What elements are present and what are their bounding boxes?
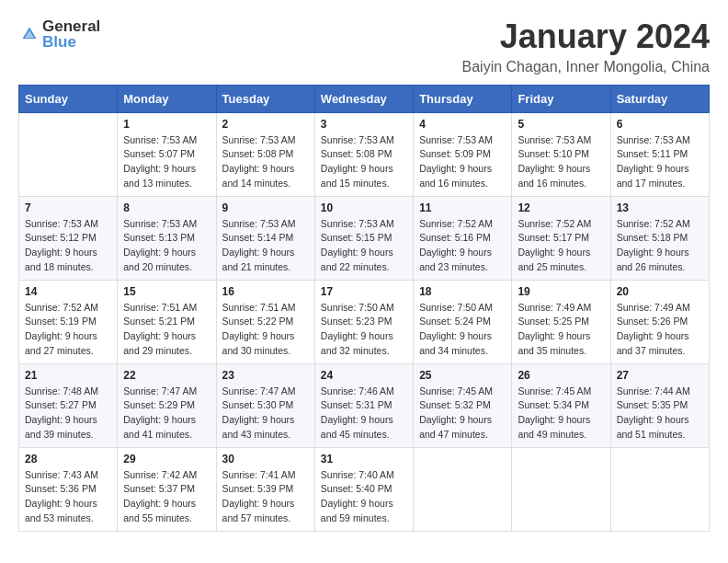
day-detail: Sunrise: 7:53 AMSunset: 5:09 PMDaylight:… xyxy=(419,133,506,191)
day-number: 27 xyxy=(617,369,703,382)
day-detail: Sunrise: 7:53 AMSunset: 5:10 PMDaylight:… xyxy=(518,133,604,191)
day-number: 29 xyxy=(123,453,210,465)
logo-blue-text: Blue xyxy=(42,33,76,51)
calendar-cell: 9Sunrise: 7:53 AMSunset: 5:14 PMDaylight… xyxy=(216,196,314,280)
calendar-cell: 2Sunrise: 7:53 AMSunset: 5:08 PMDaylight… xyxy=(216,112,314,196)
day-detail: Sunrise: 7:45 AMSunset: 5:34 PMDaylight:… xyxy=(518,385,604,442)
calendar-cell: 22Sunrise: 7:47 AMSunset: 5:29 PMDayligh… xyxy=(118,363,216,447)
day-number: 8 xyxy=(123,201,210,214)
weekday-header: Wednesday xyxy=(314,85,413,112)
day-number: 21 xyxy=(25,369,111,382)
weekday-header: Monday xyxy=(118,85,216,112)
day-detail: Sunrise: 7:40 AMSunset: 5:40 PMDaylight:… xyxy=(321,468,407,526)
calendar-week-row: 1Sunrise: 7:53 AMSunset: 5:07 PMDaylight… xyxy=(19,112,710,196)
day-detail: Sunrise: 7:53 AMSunset: 5:07 PMDaylight:… xyxy=(123,133,210,191)
day-detail: Sunrise: 7:48 AMSunset: 5:27 PMDaylight:… xyxy=(25,385,111,442)
day-detail: Sunrise: 7:50 AMSunset: 5:23 PMDaylight:… xyxy=(321,301,407,359)
day-number: 3 xyxy=(321,118,407,131)
day-number: 13 xyxy=(617,201,703,214)
calendar-cell: 28Sunrise: 7:43 AMSunset: 5:36 PMDayligh… xyxy=(19,447,118,531)
day-detail: Sunrise: 7:51 AMSunset: 5:22 PMDaylight:… xyxy=(222,301,309,359)
weekday-header: Thursday xyxy=(414,85,512,112)
day-number: 28 xyxy=(25,453,111,465)
day-number: 30 xyxy=(222,453,309,465)
calendar-cell: 6Sunrise: 7:53 AMSunset: 5:11 PMDaylight… xyxy=(610,112,709,196)
day-number: 2 xyxy=(222,118,309,131)
weekday-header: Friday xyxy=(512,85,610,112)
day-number: 6 xyxy=(617,118,703,131)
calendar-cell: 14Sunrise: 7:52 AMSunset: 5:19 PMDayligh… xyxy=(19,280,118,363)
calendar-cell: 25Sunrise: 7:45 AMSunset: 5:32 PMDayligh… xyxy=(414,363,512,447)
day-number: 16 xyxy=(222,285,309,298)
calendar-cell: 20Sunrise: 7:49 AMSunset: 5:26 PMDayligh… xyxy=(610,280,709,363)
title-section: January 2024 Baiyin Chagan, Inner Mongol… xyxy=(462,18,711,75)
weekday-header: Saturday xyxy=(610,85,709,112)
calendar-cell: 1Sunrise: 7:53 AMSunset: 5:07 PMDaylight… xyxy=(118,112,216,196)
logo: General Blue xyxy=(18,18,100,50)
calendar-cell: 30Sunrise: 7:41 AMSunset: 5:39 PMDayligh… xyxy=(216,447,314,531)
day-detail: Sunrise: 7:53 AMSunset: 5:11 PMDaylight:… xyxy=(617,133,703,191)
day-number: 14 xyxy=(25,285,111,298)
day-detail: Sunrise: 7:41 AMSunset: 5:39 PMDaylight:… xyxy=(222,468,309,526)
calendar-cell: 17Sunrise: 7:50 AMSunset: 5:23 PMDayligh… xyxy=(314,280,413,363)
day-number: 1 xyxy=(123,118,210,131)
calendar-table: SundayMondayTuesdayWednesdayThursdayFrid… xyxy=(18,85,710,532)
calendar-cell xyxy=(414,447,512,531)
day-number: 20 xyxy=(617,285,703,298)
day-number: 12 xyxy=(518,201,604,214)
day-detail: Sunrise: 7:52 AMSunset: 5:18 PMDaylight:… xyxy=(617,217,703,275)
logo-icon xyxy=(20,25,39,43)
day-number: 7 xyxy=(25,201,111,214)
day-detail: Sunrise: 7:51 AMSunset: 5:21 PMDaylight:… xyxy=(123,301,210,359)
day-number: 26 xyxy=(518,369,604,382)
day-number: 24 xyxy=(321,369,407,382)
calendar-cell xyxy=(610,447,709,531)
day-number: 4 xyxy=(419,118,506,131)
calendar-cell: 23Sunrise: 7:47 AMSunset: 5:30 PMDayligh… xyxy=(216,363,314,447)
day-detail: Sunrise: 7:53 AMSunset: 5:13 PMDaylight:… xyxy=(123,217,210,275)
calendar-body: 1Sunrise: 7:53 AMSunset: 5:07 PMDaylight… xyxy=(19,112,710,531)
page-header: General Blue January 2024 Baiyin Chagan,… xyxy=(18,18,710,75)
day-detail: Sunrise: 7:52 AMSunset: 5:19 PMDaylight:… xyxy=(25,301,111,359)
calendar-cell: 29Sunrise: 7:42 AMSunset: 5:37 PMDayligh… xyxy=(118,447,216,531)
day-number: 5 xyxy=(518,118,604,131)
calendar-cell: 3Sunrise: 7:53 AMSunset: 5:08 PMDaylight… xyxy=(314,112,413,196)
day-detail: Sunrise: 7:49 AMSunset: 5:25 PMDaylight:… xyxy=(518,301,604,359)
calendar-cell: 31Sunrise: 7:40 AMSunset: 5:40 PMDayligh… xyxy=(314,447,413,531)
day-number: 22 xyxy=(123,369,210,382)
calendar-cell: 19Sunrise: 7:49 AMSunset: 5:25 PMDayligh… xyxy=(512,280,610,363)
calendar-cell: 7Sunrise: 7:53 AMSunset: 5:12 PMDaylight… xyxy=(19,196,118,280)
calendar-header-row: SundayMondayTuesdayWednesdayThursdayFrid… xyxy=(19,85,710,112)
calendar-subtitle: Baiyin Chagan, Inner Mongolia, China xyxy=(462,59,711,75)
calendar-cell: 24Sunrise: 7:46 AMSunset: 5:31 PMDayligh… xyxy=(314,363,413,447)
calendar-cell: 21Sunrise: 7:48 AMSunset: 5:27 PMDayligh… xyxy=(19,363,118,447)
calendar-cell: 11Sunrise: 7:52 AMSunset: 5:16 PMDayligh… xyxy=(414,196,512,280)
calendar-week-row: 28Sunrise: 7:43 AMSunset: 5:36 PMDayligh… xyxy=(19,447,710,531)
day-detail: Sunrise: 7:42 AMSunset: 5:37 PMDaylight:… xyxy=(123,468,210,526)
day-detail: Sunrise: 7:49 AMSunset: 5:26 PMDaylight:… xyxy=(617,301,703,359)
day-detail: Sunrise: 7:52 AMSunset: 5:16 PMDaylight:… xyxy=(419,217,506,275)
weekday-header: Tuesday xyxy=(216,85,314,112)
calendar-cell: 26Sunrise: 7:45 AMSunset: 5:34 PMDayligh… xyxy=(512,363,610,447)
day-detail: Sunrise: 7:53 AMSunset: 5:15 PMDaylight:… xyxy=(321,217,407,275)
calendar-cell: 18Sunrise: 7:50 AMSunset: 5:24 PMDayligh… xyxy=(414,280,512,363)
day-detail: Sunrise: 7:47 AMSunset: 5:30 PMDaylight:… xyxy=(222,385,309,442)
day-number: 23 xyxy=(222,369,309,382)
day-detail: Sunrise: 7:53 AMSunset: 5:08 PMDaylight:… xyxy=(222,133,309,191)
calendar-title: January 2024 xyxy=(462,18,711,55)
calendar-cell: 10Sunrise: 7:53 AMSunset: 5:15 PMDayligh… xyxy=(314,196,413,280)
calendar-week-row: 14Sunrise: 7:52 AMSunset: 5:19 PMDayligh… xyxy=(19,280,710,363)
day-number: 19 xyxy=(518,285,604,298)
day-detail: Sunrise: 7:53 AMSunset: 5:14 PMDaylight:… xyxy=(222,217,309,275)
calendar-cell: 13Sunrise: 7:52 AMSunset: 5:18 PMDayligh… xyxy=(610,196,709,280)
calendar-cell: 4Sunrise: 7:53 AMSunset: 5:09 PMDaylight… xyxy=(414,112,512,196)
calendar-cell: 16Sunrise: 7:51 AMSunset: 5:22 PMDayligh… xyxy=(216,280,314,363)
day-number: 25 xyxy=(419,369,506,382)
day-detail: Sunrise: 7:53 AMSunset: 5:08 PMDaylight:… xyxy=(321,133,407,191)
day-detail: Sunrise: 7:47 AMSunset: 5:29 PMDaylight:… xyxy=(123,385,210,442)
day-number: 15 xyxy=(123,285,210,298)
day-detail: Sunrise: 7:50 AMSunset: 5:24 PMDaylight:… xyxy=(419,301,506,359)
calendar-cell: 5Sunrise: 7:53 AMSunset: 5:10 PMDaylight… xyxy=(512,112,610,196)
weekday-header: Sunday xyxy=(19,85,118,112)
calendar-cell: 27Sunrise: 7:44 AMSunset: 5:35 PMDayligh… xyxy=(610,363,709,447)
